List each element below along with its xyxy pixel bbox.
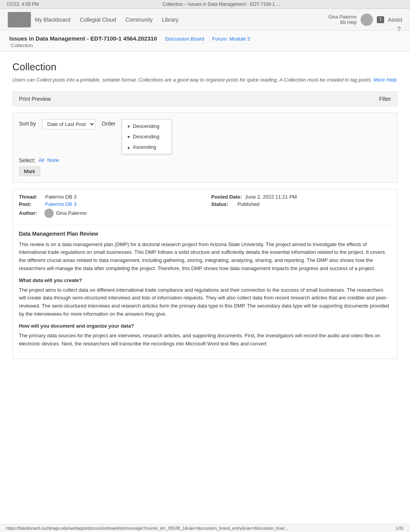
order-dropdown: Descending Descending Ascending bbox=[122, 119, 172, 154]
author-label: Author: bbox=[19, 210, 42, 216]
sort-area: Sort by Date of Last Post Order Descendi… bbox=[12, 112, 398, 183]
content-para-3: The primary data sources for the project… bbox=[19, 332, 391, 348]
nav-right: Gina Palermo Bb Help 7 Assist bbox=[329, 14, 402, 26]
select-all-link[interactable]: All bbox=[39, 157, 44, 163]
author-value: Gina Palermo bbox=[56, 210, 86, 216]
bb-help-label: Bb Help bbox=[329, 20, 357, 25]
sort-row: Sort by Date of Last Post Order Descendi… bbox=[19, 119, 391, 154]
post-value-link[interactable]: Palermo DB 3 bbox=[45, 201, 76, 207]
status-value: Published bbox=[237, 201, 259, 207]
post-content: Data Management Plan Review This review … bbox=[13, 224, 397, 359]
main-content: Collection Users can Collect posts into … bbox=[0, 52, 410, 374]
breadcrumb-nav: Collection bbox=[9, 42, 401, 48]
content-para-2: The project aims to collect data on diff… bbox=[19, 286, 391, 318]
filter-button[interactable]: Filter bbox=[379, 96, 391, 102]
thread-row: Thread: Palermo DB 3 bbox=[19, 194, 199, 200]
mark-row: Mark bbox=[19, 167, 391, 176]
post-label: Post: bbox=[19, 201, 42, 207]
nav-library[interactable]: Library bbox=[162, 17, 179, 23]
discussion-board-link[interactable]: Discussion Board bbox=[165, 36, 204, 42]
nav-collegial-cloud[interactable]: Collegial Cloud bbox=[80, 17, 116, 23]
page-desc-text: Users can Collect posts into a printable… bbox=[12, 77, 372, 83]
browser-timestamp: 7/2/22, 4:59 PM bbox=[6, 2, 39, 7]
sort-field-select[interactable]: Date of Last Post bbox=[42, 119, 95, 129]
course-name: Issues in Data Management - EDT-7100-1 4… bbox=[9, 35, 157, 42]
top-navigation: My Blackboard Collegial Cloud Community … bbox=[0, 9, 410, 31]
author-avatar bbox=[44, 209, 54, 218]
select-label: Select: bbox=[19, 157, 36, 163]
status-label: Status: bbox=[211, 201, 234, 207]
collection-breadcrumb: Collection bbox=[11, 42, 33, 48]
content-para-1: This review is on a data management plan… bbox=[19, 241, 391, 273]
ascending-icon bbox=[127, 144, 130, 150]
course-title: Issues in Data Management - EDT-7100-1 4… bbox=[9, 35, 401, 42]
post-meta-left: Thread: Palermo DB 3 Post: Palermo DB 3 … bbox=[19, 194, 199, 219]
browser-tab-title: Collection – Issues in Data Management -… bbox=[163, 2, 280, 7]
user-avatar[interactable] bbox=[361, 14, 373, 26]
thread-value: Palermo DB 3 bbox=[45, 194, 76, 200]
logo[interactable] bbox=[8, 12, 31, 27]
descending-label-2: Descending bbox=[133, 134, 159, 139]
descending-label-1: Descending bbox=[133, 123, 159, 129]
page-description: Users can Collect posts into a printable… bbox=[12, 76, 398, 84]
ascending-label: Ascending bbox=[133, 144, 156, 150]
descending-icon-1 bbox=[127, 123, 130, 129]
print-preview-button[interactable]: Print Preview bbox=[19, 96, 51, 102]
post-value: Palermo DB 3 bbox=[45, 201, 76, 207]
select-none-link[interactable]: None bbox=[47, 157, 59, 163]
browser-tab: 7/2/22, 4:59 PM Collection – Issues in D… bbox=[0, 0, 410, 9]
post-meta: Thread: Palermo DB 3 Post: Palermo DB 3 … bbox=[13, 189, 397, 224]
user-info: Gina Palermo Bb Help bbox=[329, 14, 357, 25]
more-help-link[interactable]: More Help bbox=[374, 77, 397, 83]
nav-links: My Blackboard Collegial Cloud Community … bbox=[35, 17, 329, 23]
assist-link[interactable]: Assist bbox=[388, 17, 402, 23]
posted-date-label: Posted Date: bbox=[211, 194, 242, 200]
sort-by-label: Sort by bbox=[19, 119, 36, 127]
page-title: Collection bbox=[12, 61, 398, 73]
toolbar: Print Preview Filter bbox=[12, 92, 398, 106]
thread-label: Thread: bbox=[19, 194, 42, 200]
nav-my-blackboard[interactable]: My Blackboard bbox=[35, 17, 71, 23]
posted-date-value: June 2, 2022 11:21 PM bbox=[245, 194, 296, 200]
descending-option-2[interactable]: Descending bbox=[122, 131, 171, 142]
author-row: Author: Gina Palermo bbox=[19, 209, 199, 218]
status-row: Status: Published bbox=[211, 201, 391, 207]
forum-link[interactable]: Forum: Module 3 bbox=[212, 36, 250, 42]
breadcrumb-area: ? Issues in Data Management - EDT-7100-1… bbox=[0, 31, 410, 52]
user-name: Gina Palermo bbox=[329, 14, 357, 20]
descending-icon-2 bbox=[127, 134, 130, 139]
post-card: Thread: Palermo DB 3 Post: Palermo DB 3 … bbox=[12, 189, 398, 359]
select-row: Select: All None bbox=[19, 157, 391, 163]
post-meta-right: Posted Date: June 2, 2022 11:21 PM Statu… bbox=[211, 194, 391, 219]
help-icon[interactable]: ? bbox=[397, 26, 401, 33]
nav-community[interactable]: Community bbox=[125, 17, 153, 23]
post-row: Post: Palermo DB 3 bbox=[19, 201, 199, 207]
descending-option-1[interactable]: Descending bbox=[122, 121, 171, 131]
content-heading-1: Data Management Plan Review bbox=[19, 231, 391, 237]
content-heading-2: What data will you create? bbox=[19, 277, 391, 283]
posted-date-row: Posted Date: June 2, 2022 11:21 PM bbox=[211, 194, 391, 200]
mark-button[interactable]: Mark bbox=[19, 167, 40, 176]
order-label: Order bbox=[102, 119, 115, 127]
ascending-option[interactable]: Ascending bbox=[122, 142, 171, 152]
nav-badge[interactable]: 7 bbox=[377, 16, 384, 23]
content-heading-3: How will you document and organize your … bbox=[19, 323, 391, 329]
